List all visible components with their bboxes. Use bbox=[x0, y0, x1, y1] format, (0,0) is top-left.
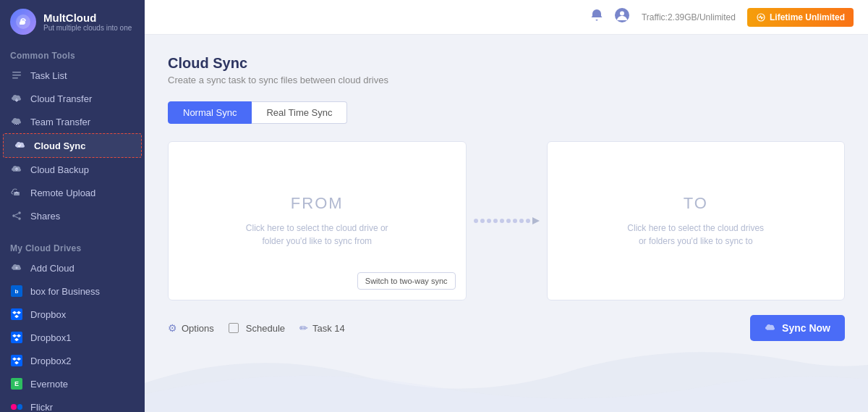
to-label: TO bbox=[684, 194, 708, 213]
task14-label: Task 14 bbox=[312, 323, 345, 334]
svg-point-24 bbox=[620, 12, 624, 16]
sidebar-item-dropbox1[interactable]: Dropbox1 bbox=[0, 326, 145, 349]
svg-rect-2 bbox=[12, 75, 21, 76]
logo-area: MultCloud Put multiple clouds into one bbox=[0, 0, 145, 43]
sidebar-label-box-business: box for Business bbox=[30, 286, 100, 297]
switch-two-way-button[interactable]: Switch to two-way sync bbox=[357, 272, 456, 290]
logo-icon bbox=[10, 9, 36, 35]
svg-marker-22 bbox=[14, 361, 19, 365]
schedule-label: Schedule bbox=[246, 323, 285, 334]
schedule-icon bbox=[229, 323, 239, 333]
sidebar-label-cloud-sync: Cloud Sync bbox=[34, 140, 86, 151]
sidebar-item-add-cloud[interactable]: Add Cloud bbox=[0, 256, 145, 279]
svg-point-8 bbox=[12, 214, 15, 217]
svg-marker-15 bbox=[17, 311, 21, 315]
user-avatar-icon[interactable] bbox=[614, 7, 630, 27]
bottom-left-actions: ⚙ Options Schedule ✏ Task 14 bbox=[168, 322, 345, 334]
sidebar-item-cloud-sync[interactable]: Cloud Sync bbox=[3, 133, 142, 158]
add-cloud-icon bbox=[10, 261, 23, 274]
sidebar-item-evernote[interactable]: E Evernote bbox=[0, 372, 145, 395]
sync-now-button[interactable]: Sync Now bbox=[750, 315, 845, 341]
sync-tabs: Normal Sync Real Time Sync bbox=[168, 101, 845, 124]
shares-icon bbox=[10, 209, 23, 222]
schedule-action[interactable]: Schedule bbox=[229, 323, 285, 334]
header: Traffic:2.39GB/Unlimited Lifetime Unlimi… bbox=[145, 0, 868, 35]
sidebar-label-add-cloud: Add Cloud bbox=[30, 263, 75, 274]
svg-point-7 bbox=[18, 211, 21, 214]
dropbox1-icon bbox=[10, 331, 23, 344]
sidebar-item-remote-upload[interactable]: Remote Upload bbox=[0, 181, 145, 204]
sidebar-item-shares[interactable]: Shares bbox=[0, 204, 145, 227]
dropbox-icon bbox=[10, 308, 23, 321]
page-subtitle: Create a sync task to sync files between… bbox=[168, 75, 845, 85]
lifetime-btn-label: Lifetime Unlimited bbox=[770, 12, 845, 22]
cloud-backup-icon bbox=[10, 163, 23, 176]
cloud-sync-icon bbox=[14, 139, 27, 152]
sidebar-label-cloud-backup: Cloud Backup bbox=[30, 164, 89, 175]
sidebar-label-team-transfer: Team Transfer bbox=[30, 117, 90, 127]
sidebar-label-task-list: Task List bbox=[30, 70, 67, 81]
sync-now-label: Sync Now bbox=[782, 322, 830, 334]
from-hint: Click here to select the cloud drive or … bbox=[244, 222, 389, 248]
svg-marker-18 bbox=[17, 335, 21, 338]
svg-marker-19 bbox=[14, 338, 19, 342]
sidebar-label-flickr: Flickr bbox=[30, 402, 53, 413]
sidebar-item-team-transfer[interactable]: Team Transfer bbox=[0, 110, 145, 133]
page-title: Cloud Sync bbox=[168, 55, 845, 72]
header-icons bbox=[590, 7, 630, 27]
sidebar-label-dropbox2: Dropbox2 bbox=[30, 356, 71, 366]
sidebar-item-task-list[interactable]: Task List bbox=[0, 64, 145, 87]
bottom-bar: ⚙ Options Schedule ✏ Task 14 Sync Now bbox=[168, 315, 845, 341]
svg-line-11 bbox=[15, 216, 19, 218]
options-action[interactable]: ⚙ Options bbox=[168, 322, 214, 334]
options-icon: ⚙ bbox=[168, 322, 177, 334]
sync-arrow bbox=[467, 217, 547, 224]
common-tools-label: Common Tools bbox=[0, 43, 145, 64]
tab-normal-sync[interactable]: Normal Sync bbox=[168, 101, 252, 124]
svg-rect-1 bbox=[12, 72, 21, 73]
lifetime-unlimited-button[interactable]: Lifetime Unlimited bbox=[747, 8, 854, 27]
app-subtitle: Put multiple clouds into one bbox=[43, 24, 132, 32]
options-label: Options bbox=[182, 323, 214, 334]
to-hint: Click here to select the cloud drives or… bbox=[624, 222, 768, 248]
tab-real-time-sync[interactable]: Real Time Sync bbox=[252, 101, 347, 124]
to-box[interactable]: TO Click here to select the cloud drives… bbox=[547, 141, 846, 300]
sidebar-item-box-business[interactable]: b box for Business bbox=[0, 279, 145, 303]
svg-marker-20 bbox=[12, 358, 17, 361]
traffic-info: Traffic:2.39GB/Unlimited bbox=[642, 12, 736, 22]
task14-action[interactable]: ✏ Task 14 bbox=[299, 322, 345, 334]
team-transfer-icon bbox=[10, 115, 23, 128]
from-label: FROM bbox=[291, 194, 344, 213]
content-area: Cloud Sync Create a sync task to sync fi… bbox=[145, 35, 868, 412]
sidebar-label-remote-upload: Remote Upload bbox=[30, 188, 95, 198]
sidebar-item-dropbox2[interactable]: Dropbox2 bbox=[0, 349, 145, 372]
dropbox2-icon bbox=[10, 354, 23, 367]
sidebar-item-cloud-transfer[interactable]: Cloud Transfer bbox=[0, 87, 145, 110]
sidebar-item-dropbox[interactable]: Dropbox bbox=[0, 303, 145, 326]
box-business-icon: b bbox=[10, 285, 23, 298]
cloud-transfer-icon bbox=[10, 92, 23, 105]
sidebar-item-flickr[interactable]: Flickr bbox=[0, 395, 145, 412]
sidebar-label-cloud-transfer: Cloud Transfer bbox=[30, 93, 92, 104]
svg-marker-21 bbox=[17, 358, 21, 361]
from-box[interactable]: FROM Click here to select the cloud driv… bbox=[168, 141, 467, 300]
sidebar-label-shares: Shares bbox=[30, 211, 60, 222]
sidebar-label-dropbox: Dropbox bbox=[30, 309, 66, 320]
svg-line-10 bbox=[15, 214, 19, 215]
sidebar: MultCloud Put multiple clouds into one C… bbox=[0, 0, 145, 412]
flickr-icon bbox=[10, 400, 23, 412]
svg-marker-17 bbox=[12, 335, 17, 338]
sidebar-item-cloud-backup[interactable]: Cloud Backup bbox=[0, 158, 145, 181]
svg-marker-16 bbox=[14, 315, 19, 319]
svg-point-9 bbox=[18, 217, 21, 220]
sidebar-label-dropbox1: Dropbox1 bbox=[30, 332, 71, 343]
evernote-icon: E bbox=[10, 377, 23, 390]
svg-marker-14 bbox=[12, 311, 17, 315]
task14-icon: ✏ bbox=[299, 322, 308, 334]
notification-bell-icon[interactable] bbox=[590, 8, 604, 26]
my-cloud-drives-label: My Cloud Drives bbox=[0, 236, 145, 256]
svg-rect-3 bbox=[12, 77, 18, 79]
sync-area: FROM Click here to select the cloud driv… bbox=[168, 141, 845, 300]
list-icon bbox=[10, 69, 23, 82]
main-area: Traffic:2.39GB/Unlimited Lifetime Unlimi… bbox=[145, 0, 868, 412]
